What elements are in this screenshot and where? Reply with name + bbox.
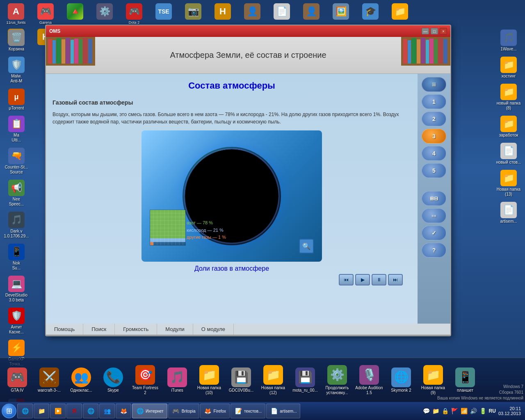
icon-edu: 🎓: [362, 3, 379, 20]
sidebar-grid-btn[interactable]: ⊞⊟: [422, 191, 446, 206]
folder10-label: Новая папка (10): [195, 386, 223, 395]
taskbar-internet[interactable]: 🌐 Интернет: [132, 404, 167, 418]
desktop-icon-dota2[interactable]: 🎮 Dota 2: [120, 2, 148, 26]
itunes-icon: 🎵: [167, 368, 187, 387]
taskbar-explorer[interactable]: 📁: [34, 404, 49, 418]
desktop-icon-photo1[interactable]: 👤: [238, 2, 267, 26]
desktop-icon-folder-right1[interactable]: 📁 новый папка (8): [494, 82, 523, 112]
desktop-icon-doc[interactable]: 📄: [267, 2, 296, 26]
desktop-icon-artisem[interactable]: 📄 artisem...: [494, 200, 523, 226]
svg-rect-9: [83, 38, 88, 64]
desktop-icon-wave[interactable]: 🎵 1Wave...: [494, 28, 523, 53]
tray-language[interactable]: RU: [489, 408, 496, 414]
desktop-icon-hwnd[interactable]: H: [208, 2, 237, 26]
media-prev-btn[interactable]: ⏮: [339, 274, 354, 285]
desktop-icon-folder-top[interactable]: 📁: [386, 2, 414, 26]
taskbar-firefox-btn[interactable]: 🦊 Firefox: [200, 404, 230, 418]
minimize-button[interactable]: —: [422, 28, 429, 34]
taskbar-ok[interactable]: 👥: [99, 404, 115, 418]
sidebar-check-btn[interactable]: ✓: [422, 226, 446, 240]
dock-warcraft[interactable]: ⚔️ warcraft-3-...: [34, 366, 65, 395]
tray-secure[interactable]: 🔒: [442, 408, 449, 414]
desktop-icon-css[interactable]: 🔫 Counter-St... Source: [2, 146, 31, 176]
desktop-icon-landscape[interactable]: 🖼️: [326, 2, 355, 26]
desktop-icon-zarabot[interactable]: 📁 заработок: [494, 114, 523, 139]
nee-icon: 📢: [8, 180, 25, 196]
sidebar-btn-1[interactable]: 1: [422, 94, 446, 109]
dock-folder12[interactable]: 📁 Новая папка (12): [258, 363, 289, 397]
media-play-btn[interactable]: ▶: [355, 274, 370, 285]
taskbar-ie[interactable]: 🌐: [17, 404, 33, 418]
svg-rect-3: [56, 38, 61, 64]
taskbar-tekstov[interactable]: 📝 текстов...: [231, 404, 265, 418]
dock-itunes[interactable]: 🎵 iTunes: [162, 366, 193, 395]
dock-tf2[interactable]: 🎯 Team Fortress 2: [130, 363, 161, 397]
sidebar-help-btn[interactable]: ?: [422, 243, 446, 258]
nav-help[interactable]: Помощь: [46, 324, 83, 335]
sidebar-btn-3[interactable]: 3: [422, 129, 446, 144]
close-button[interactable]: ×: [440, 28, 447, 34]
tray-vol[interactable]: 🔊: [470, 408, 477, 414]
dock-install[interactable]: ⚙️ Продолжить установку...: [322, 363, 353, 397]
tray-network[interactable]: 📶: [461, 408, 468, 414]
css-icon: 🔫: [8, 148, 25, 164]
svg-rect-35: [150, 238, 185, 242]
sidebar-btn-4[interactable]: 4: [422, 146, 446, 161]
zoom-button[interactable]: 🔍: [299, 239, 314, 253]
dock-gta[interactable]: 🎮 GTA IV: [2, 366, 33, 395]
gas-grid-svg: [150, 210, 186, 246]
taskbar-chrome-btn[interactable]: 🌐: [83, 404, 98, 418]
desktop-icon-camera[interactable]: 📷: [179, 2, 208, 26]
nav-about[interactable]: О модуле: [193, 324, 234, 335]
taskbar-media[interactable]: ▶️: [50, 404, 66, 418]
taskbar-artisem[interactable]: 📄 artisem...: [266, 404, 300, 418]
dock-mota[interactable]: 💾 mota_ru_00...: [290, 366, 321, 395]
nav-volume[interactable]: Громкость: [115, 324, 157, 335]
desktop-icon-hosting[interactable]: 📁 хостинг: [494, 55, 523, 80]
sidebar-text-btn[interactable]: ≡≡: [422, 208, 446, 223]
desktop-icon-dark[interactable]: 🎵 Dark.v1.0.1706.29...: [2, 210, 31, 240]
dock-audition[interactable]: 🎙️ Adobe Audition 1.5: [354, 363, 385, 397]
dock-gdc[interactable]: 💾 GDC0V0Bu...: [226, 366, 257, 395]
dock-odnoklasniki[interactable]: 👥 Одноклас...: [66, 366, 97, 395]
sidebar-btn-2[interactable]: 2: [422, 112, 446, 126]
dock-folder10[interactable]: 📁 Новая папка (10): [194, 363, 225, 397]
maximize-button[interactable]: □: [431, 28, 438, 34]
desktop-icon-garena[interactable]: 🎮 Garena: [31, 2, 60, 26]
desktop-icon-nokia[interactable]: 📱 NokSu...: [2, 242, 31, 272]
oms-nav: Помощь Поиск Громкость Модули О модуле: [46, 324, 450, 336]
taskbar-firefox[interactable]: 🦊: [116, 404, 131, 418]
sidebar-list-btn[interactable]: ≡: [422, 77, 446, 92]
taskbar-britopia[interactable]: 🎮 Britopia: [168, 404, 199, 418]
desktop-icon-ma[interactable]: 📋 MaUlti...: [2, 114, 31, 144]
tekstov-icon: 📝: [234, 407, 242, 415]
desktop-icon-utorrent[interactable]: μ μTorrent: [2, 87, 31, 112]
desktop-icon-malware[interactable]: 🛡️ Malw.Anti-M: [2, 55, 31, 85]
tray-power[interactable]: 🔋: [479, 408, 486, 414]
dock-skymonk[interactable]: 🌐 Skymonk 2: [386, 366, 417, 395]
desktop-icon-nee[interactable]: 📢 NeeSpeec...: [2, 178, 31, 208]
media-next-btn[interactable]: ⏭: [388, 274, 403, 285]
tray-folder[interactable]: 📁: [432, 408, 439, 414]
desktop-icon-tse[interactable]: TSE: [149, 2, 178, 26]
desktop-icon-anti[interactable]: 🛡️ АнтитКасне...: [2, 306, 31, 336]
desktop-icon-11rus-fonts[interactable]: A 11rus_fonts: [2, 2, 30, 26]
desktop-icon-text[interactable]: 📄 новый стов...: [494, 141, 523, 167]
start-button[interactable]: ⊞: [2, 404, 16, 418]
folder12-icon: 📁: [263, 365, 283, 385]
tray-flag[interactable]: 🚩: [451, 408, 458, 414]
sidebar-btn-5[interactable]: 5: [422, 163, 446, 178]
tray-skype[interactable]: 💬: [423, 408, 430, 414]
desktop-icon-steam[interactable]: ⚙️: [90, 2, 119, 26]
dock-skype[interactable]: 📞 Skype: [98, 366, 129, 395]
desktop-icon-photo2[interactable]: 👤: [297, 2, 326, 26]
desktop-icon-folder-right2[interactable]: 📁 Новая папка (13): [494, 168, 523, 199]
nav-modules[interactable]: Модули: [157, 324, 193, 335]
nav-search[interactable]: Поиск: [83, 324, 115, 335]
media-pause-btn[interactable]: ⏸: [372, 274, 386, 285]
desktop-icon-edu[interactable]: 🎓: [356, 2, 385, 26]
desktop-icon-antivirus[interactable]: 🔺: [61, 2, 89, 26]
desktop-icon-devel[interactable]: 💻 DevelStudio3.0 beta: [2, 274, 31, 304]
taskbar-ya[interactable]: Я: [66, 404, 82, 418]
desktop-icon-recycle[interactable]: 🗑️ Корзина: [2, 28, 31, 53]
